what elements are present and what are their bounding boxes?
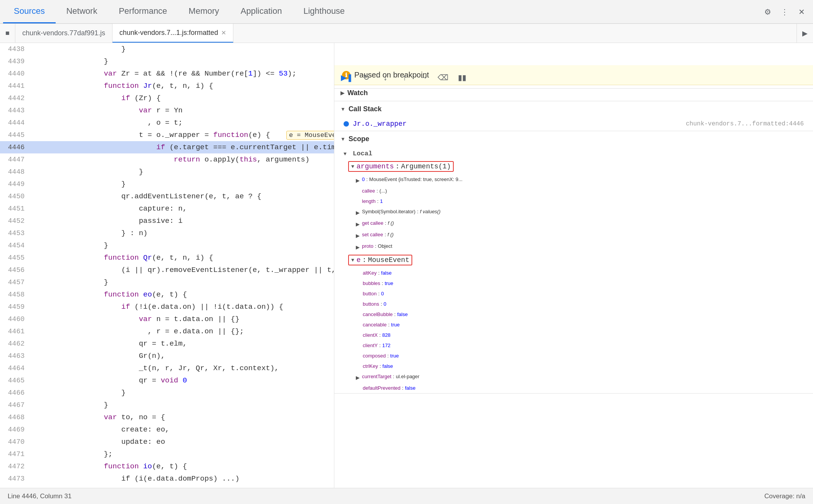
length-value: 1 [380,198,383,204]
arguments-label: arguments [357,163,394,170]
currentTarget-expand-arrow: ▶ [356,375,360,380]
table-row: 4451 capture: n, [0,203,334,215]
clientX-row[interactable]: clientX : 828 [334,330,813,340]
navigate-button[interactable]: ▶ [796,24,813,43]
e-label: e [357,256,361,264]
settings-button[interactable]: ⚙ [761,5,775,19]
file-tab-active[interactable]: chunk-vendors.7...1.js:formatted ✕ [112,24,233,43]
call-stack-item-icon [344,121,349,127]
call-stack-label: Call Stack [349,105,382,113]
tab-sources[interactable]: Sources [3,0,56,23]
e-expand-arrow: ▼ [351,257,354,263]
table-row: 4452 passive: i [0,215,334,227]
scope-section: ▼ Scope ▼ Local ▼ arguments : Arguments(… [334,131,813,394]
get-callee-row[interactable]: ▶ get callee : f () [334,218,813,229]
clientX-value: 828 [382,332,391,338]
symbol-label: Symbol(Symbol.iterator) [362,209,415,214]
buttons-label: buttons [363,301,379,307]
e-row[interactable]: ▼ e : MouseEvent [334,252,813,268]
ctrlKey-value: false [382,363,393,369]
tab-lighthouse[interactable]: Lighthouse [292,0,355,23]
code-lines-container: 4438 } 4439 } 4440 var Zr = at && !(re &… [0,43,334,488]
step-over-button[interactable]: ↻ [359,71,373,84]
tab-network-label: Network [66,6,97,16]
tab-sources-label: Sources [14,6,45,16]
arguments-value: Arguments(1) [401,163,451,170]
buttons-row[interactable]: buttons : 0 [334,299,813,309]
file-tab-close-button[interactable]: ✕ [221,29,226,36]
length-row[interactable]: ▶ length : 1 [334,196,813,206]
table-row: 4459 if (!i(e.data.on) || !i(t.data.on))… [0,301,334,313]
symbol-row[interactable]: ▶ Symbol(Symbol.iterator) : f values() [334,206,813,218]
tab-performance-label: Performance [119,6,167,16]
set-callee-expand-arrow: ▶ [356,233,360,239]
clientY-value: 172 [382,343,391,348]
set-callee-row[interactable]: ▶ set callee : f () [334,229,813,241]
sidebar-toggle-button[interactable]: ■ [0,24,15,43]
callee-row[interactable]: ▶ callee : (...) [334,186,813,196]
tab-memory[interactable]: Memory [178,0,230,23]
altKey-row[interactable]: altKey : false [334,268,813,278]
watch-triangle: ▶ [340,90,344,96]
arguments-row[interactable]: ▼ arguments : Arguments(1) [334,159,813,174]
currentTarget-row[interactable]: ▶ currentTarget : ul.el-pager [334,371,813,383]
step-icon: → [420,72,428,82]
close-button[interactable]: ✕ [795,5,808,19]
pause-icon: ▮▮ [458,73,466,82]
table-row: 4453 } : n) [0,227,334,239]
cancelable-row[interactable]: cancelable : true [334,320,813,330]
button-value: 0 [381,291,384,296]
resume-button[interactable]: ▶❚ [340,71,354,84]
tab-application[interactable]: Application [230,0,293,23]
scope-header[interactable]: ▼ Scope [334,131,813,147]
tab-lighthouse-label: Lighthouse [303,6,345,16]
right-panel: ▶❚ ↻ ↓ ↑ → ⌫ ▮▮ [334,43,813,488]
file-tab-inactive[interactable]: chunk-vendors.77daf991.js [15,24,112,43]
table-row: 4473 if (i(e.data.domProps) ...) [0,473,334,485]
tab-performance[interactable]: Performance [108,0,178,23]
table-row: 4438 } [0,43,334,55]
ctrlKey-label: ctrlKey [363,363,378,369]
clientX-label: clientX [363,332,378,338]
proto-row[interactable]: ▶ proto : Object [334,241,813,252]
proto-expand-arrow: ▶ [356,244,360,250]
clientY-row[interactable]: clientY : 172 [334,340,813,351]
composed-row[interactable]: composed : true [334,351,813,361]
table-row: 4463 Gr(n), [0,350,334,362]
file-tab-active-label: chunk-vendors.7...1.js:formatted [119,29,218,37]
step-out-button[interactable]: ↑ [398,71,411,84]
table-row: 4454 } [0,239,334,252]
length-label: length [362,198,375,204]
table-row: 4469 create: eo, [0,423,334,436]
watch-label: Watch [347,89,368,97]
defaultPrevented-value: false [405,385,415,391]
table-row: 4446 if (e.target === e.currentTarget ||… [0,141,334,153]
currentTarget-label: currentTarget [362,374,392,379]
tab-network[interactable]: Network [56,0,108,23]
status-bar: Line 4446, Column 31 Coverage: n/a [0,488,813,504]
more-button[interactable]: ⋮ [778,5,792,19]
callee-label: callee [362,188,375,194]
table-row: 4462 qr = t.elm, [0,338,334,350]
call-stack-header[interactable]: ▼ Call Stack [334,101,813,117]
arg0-row[interactable]: ▶ 0 : MouseEvent {isTrusted: true, scree… [334,174,813,186]
ctrlKey-row[interactable]: ctrlKey : false [334,361,813,371]
defaultPrevented-row[interactable]: defaultPrevented : false [334,383,813,393]
bubbles-row[interactable]: bubbles : true [334,278,813,288]
button-row[interactable]: button : 0 [334,288,813,299]
settings-icon: ⚙ [764,7,771,16]
tab-memory-label: Memory [188,6,219,16]
composed-label: composed [363,353,386,359]
table-row: 4470 update: eo [0,436,334,448]
pause-exceptions-button[interactable]: ▮▮ [455,71,469,84]
close-icon: ✕ [798,7,805,16]
resume-icon: ▶❚ [341,73,353,82]
clientY-label: clientY [363,343,378,348]
symbol-expand-arrow: ▶ [356,210,360,216]
cancelBubble-row[interactable]: cancelBubble : false [334,309,813,320]
call-stack-item[interactable]: Jr.o._wrapper chunk-vendors.7...formatte… [334,117,813,131]
table-row: 4460 var n = t.data.on || {} [0,313,334,325]
step-into-button[interactable]: ↓ [378,71,392,84]
step-button[interactable]: → [417,71,431,84]
deactivate-breakpoints-button[interactable]: ⌫ [436,71,450,84]
